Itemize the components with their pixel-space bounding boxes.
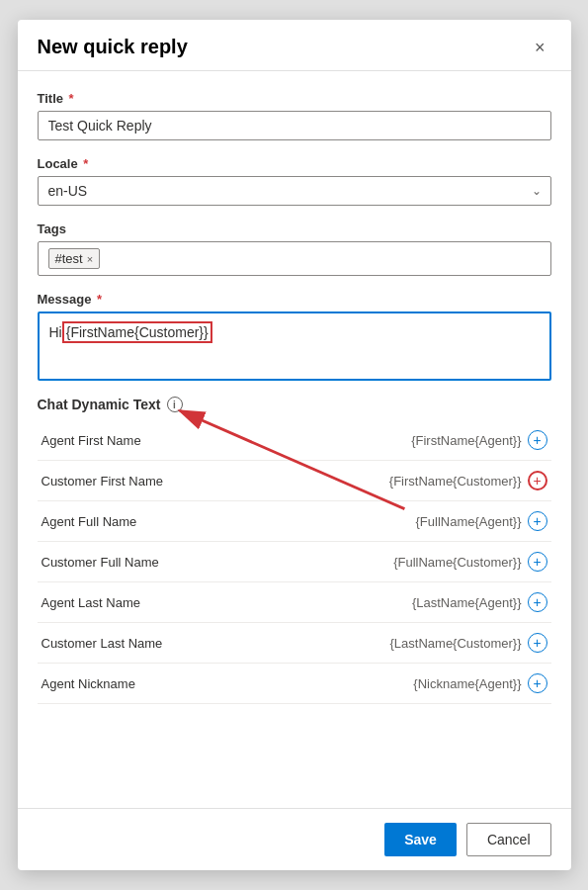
new-quick-reply-dialog: New quick reply × Title * Locale * en-US…	[18, 20, 571, 870]
dynamic-row: Agent Last Name{LastName{Agent}}+	[38, 582, 551, 623]
dynamic-item-value: {FirstName{Agent}}	[411, 433, 521, 448]
tag-remove-button[interactable]: ×	[87, 253, 93, 265]
dynamic-add-button[interactable]: +	[528, 633, 547, 653]
dynamic-item-name: Agent Nickname	[38, 664, 269, 704]
dynamic-add-button[interactable]: +	[528, 673, 547, 693]
dynamic-add-button[interactable]: +	[528, 430, 547, 450]
title-input[interactable]	[38, 111, 551, 140]
message-highlight-text: {FirstName{Customer}}	[62, 321, 212, 343]
dynamic-item-row-inner: {Nickname{Agent}}+	[413, 673, 546, 693]
title-field-group: Title *	[38, 91, 551, 140]
dynamic-item-value: {FullName{Customer}}	[393, 555, 521, 570]
dynamic-item-value-cell: {Nickname{Agent}}+	[269, 664, 551, 703]
dynamic-row: Agent Full Name{FullName{Agent}}+	[38, 501, 551, 542]
message-field-group: Message * Hi{FirstName{Customer}}	[38, 292, 551, 381]
dynamic-add-button[interactable]: +	[528, 511, 547, 531]
dynamic-item-row-inner: {FullName{Agent}}+	[416, 511, 547, 531]
dynamic-text-table: Agent First Name{FirstName{Agent}}+Custo…	[38, 420, 551, 704]
dynamic-text-section: Chat Dynamic Text i Agent First Name{Fir…	[38, 397, 551, 704]
dynamic-item-row-inner: {FirstName{Customer}}+	[389, 471, 547, 490]
save-button[interactable]: Save	[384, 823, 457, 856]
message-label: Message *	[38, 292, 551, 307]
locale-required-star: *	[80, 156, 89, 171]
cancel-button[interactable]: Cancel	[466, 823, 551, 856]
dynamic-item-value: {LastName{Agent}}	[412, 595, 522, 610]
dynamic-item-name: Customer Last Name	[38, 623, 269, 664]
tags-label: Tags	[38, 222, 551, 236]
dynamic-item-name: Agent Full Name	[38, 501, 269, 542]
dynamic-row: Customer Full Name{FullName{Customer}}+	[38, 542, 551, 582]
locale-select[interactable]: en-US fr-FR de-DE es-ES	[38, 176, 551, 206]
dynamic-item-name: Customer Full Name	[38, 542, 269, 582]
dynamic-item-row-inner: {FullName{Customer}}+	[393, 552, 546, 572]
dialog-body: Title * Locale * en-US fr-FR de-DE es-ES…	[18, 71, 571, 808]
dynamic-item-value: {LastName{Customer}}	[390, 636, 522, 651]
dynamic-item-row-inner: {LastName{Agent}}+	[412, 592, 547, 612]
dynamic-item-name: Customer First Name	[38, 461, 269, 501]
locale-select-wrapper: en-US fr-FR de-DE es-ES ⌄	[38, 176, 551, 206]
dialog-header: New quick reply ×	[18, 20, 571, 71]
tag-item: #test ×	[48, 248, 101, 269]
tag-text: #test	[55, 251, 83, 266]
dynamic-item-value-cell: {FullName{Agent}}+	[269, 501, 551, 541]
info-icon[interactable]: i	[167, 397, 183, 412]
dynamic-item-value-cell: {LastName{Agent}}+	[269, 582, 551, 622]
dynamic-row: Customer First Name{FirstName{Customer}}…	[38, 461, 551, 501]
dynamic-item-row-inner: {FirstName{Agent}}+	[411, 430, 546, 450]
message-required-star: *	[93, 292, 102, 307]
title-label: Title *	[38, 91, 551, 106]
dynamic-item-name: Agent First Name	[38, 420, 269, 461]
close-button[interactable]: ×	[529, 37, 551, 58]
dynamic-item-value: {FirstName{Customer}}	[389, 474, 522, 489]
dynamic-row: Customer Last Name{LastName{Customer}}+	[38, 623, 551, 664]
dynamic-item-value-cell: {LastName{Customer}}+	[269, 623, 551, 663]
locale-label: Locale *	[38, 156, 551, 171]
dynamic-item-row-inner: {LastName{Customer}}+	[390, 633, 547, 653]
dynamic-add-button[interactable]: +	[528, 471, 547, 490]
dynamic-item-value: {FullName{Agent}}	[416, 514, 522, 529]
dynamic-row: Agent Nickname{Nickname{Agent}}+	[38, 664, 551, 704]
dialog-title: New quick reply	[38, 36, 188, 58]
dynamic-item-value-cell: {FirstName{Agent}}+	[269, 420, 551, 460]
dynamic-add-button[interactable]: +	[528, 592, 547, 612]
dynamic-add-button[interactable]: +	[528, 552, 547, 572]
dynamic-text-title: Chat Dynamic Text i	[38, 397, 551, 412]
dynamic-item-value-cell: {FirstName{Customer}}+	[269, 461, 551, 500]
dynamic-item-name: Agent Last Name	[38, 582, 269, 623]
tags-field-group: Tags #test ×	[38, 222, 551, 276]
message-prefix-text: Hi	[49, 324, 62, 340]
dynamic-item-value: {Nickname{Agent}}	[413, 676, 521, 691]
dynamic-item-value-cell: {FullName{Customer}}+	[269, 542, 551, 581]
dialog-footer: Save Cancel	[18, 808, 571, 870]
dynamic-row: Agent First Name{FirstName{Agent}}+	[38, 420, 551, 461]
title-required-star: *	[65, 91, 74, 106]
tags-input[interactable]: #test ×	[38, 241, 551, 276]
message-textarea[interactable]: Hi{FirstName{Customer}}	[38, 312, 551, 381]
locale-field-group: Locale * en-US fr-FR de-DE es-ES ⌄	[38, 156, 551, 206]
